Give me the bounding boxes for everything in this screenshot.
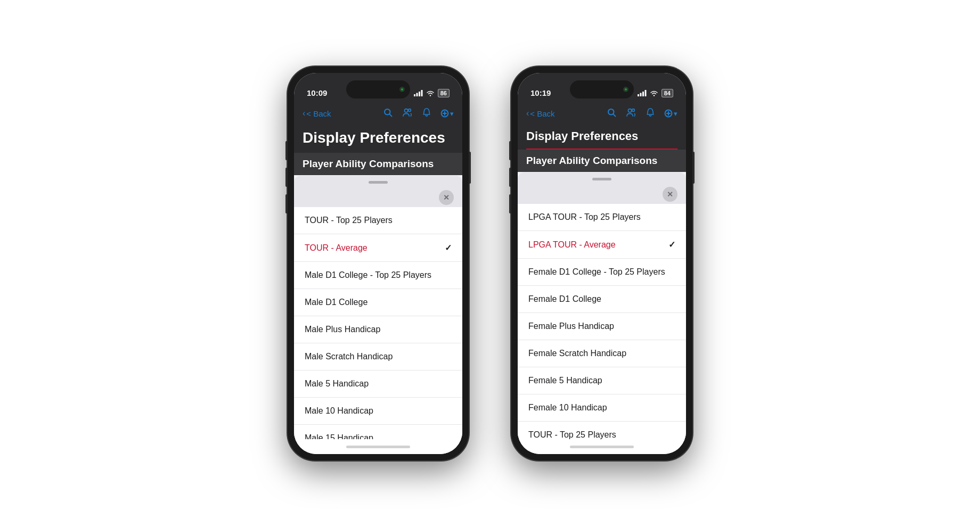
status-icons-1: 86: [414, 89, 450, 97]
phone-screen-1: 10:09 86 ‹: [294, 73, 462, 454]
list-item[interactable]: Male 15 Handicap: [294, 425, 462, 439]
close-button-2[interactable]: ✕: [663, 187, 677, 202]
bell-icon-1[interactable]: [422, 108, 431, 120]
back-button-1[interactable]: ‹ < Back: [303, 109, 331, 118]
svg-rect-12: [638, 94, 639, 96]
svg-point-19: [628, 109, 631, 112]
item-label: LPGA TOUR - Top 25 Players: [528, 212, 641, 222]
add-button-2[interactable]: ▾: [664, 109, 677, 118]
item-label: Male 5 Handicap: [305, 379, 369, 389]
search-icon-2[interactable]: [607, 108, 616, 120]
list-item[interactable]: Male Scratch Handicap: [294, 343, 462, 370]
page-title-bar-1: Display Preferences: [294, 125, 462, 153]
status-icons-2: 84: [638, 89, 673, 97]
wifi-icon-2: [650, 90, 658, 96]
svg-line-18: [613, 114, 615, 116]
section-title-1: Player Ability Comparisons: [303, 158, 454, 170]
nav-icons-1: ▾: [383, 108, 454, 120]
item-label: Male 15 Handicap: [305, 433, 373, 439]
svg-rect-15: [644, 90, 646, 96]
list-item[interactable]: Male 10 Handicap: [294, 398, 462, 425]
wifi-icon-1: [426, 90, 435, 96]
page-title-2: Display Preferences: [526, 129, 677, 146]
chevron-left-icon-2: ‹: [526, 109, 529, 118]
bell-icon-2[interactable]: [646, 108, 655, 120]
dynamic-island-2: [570, 80, 634, 98]
sheet-close-row-2: ✕: [518, 185, 686, 204]
sheet-handle-2: [592, 178, 611, 180]
bottom-sheet-2: ✕ LPGA TOUR - Top 25 PlayersLPGA TOUR - …: [518, 172, 686, 454]
page-title-1: Display Preferences: [303, 129, 454, 146]
svg-rect-3: [421, 90, 422, 96]
list-item[interactable]: Female 5 Handicap: [518, 367, 686, 394]
list-item[interactable]: Male D1 College - Top 25 Players: [294, 262, 462, 289]
svg-line-6: [389, 114, 391, 116]
svg-rect-2: [419, 92, 420, 96]
back-button-2[interactable]: ‹ < Back: [526, 109, 555, 118]
people-icon-2[interactable]: [626, 108, 636, 119]
status-time-2: 10:19: [530, 88, 551, 97]
list-item[interactable]: TOUR - Average✓: [294, 234, 462, 262]
item-label: Female 10 Handicap: [528, 403, 607, 413]
people-icon-1[interactable]: [402, 108, 413, 119]
add-button-1[interactable]: ▾: [440, 109, 454, 118]
camera-dot-2: [623, 87, 628, 92]
bottom-sheet-1: ✕ TOUR - Top 25 PlayersTOUR - Average✓Ma…: [294, 176, 462, 454]
dynamic-island-1: [346, 80, 410, 98]
chevron-left-icon-1: ‹: [303, 109, 305, 118]
nav-icons-2: ▾: [607, 108, 677, 120]
add-chevron-1: ▾: [450, 110, 454, 118]
list-item[interactable]: Male Plus Handicap: [294, 316, 462, 343]
status-time-1: 10:09: [307, 88, 327, 97]
search-icon-1[interactable]: [383, 108, 393, 120]
sheet-list-2: LPGA TOUR - Top 25 PlayersLPGA TOUR - Av…: [518, 204, 686, 439]
battery-2: 84: [662, 89, 673, 97]
item-label: LPGA TOUR - Average: [528, 240, 616, 250]
sheet-close-row-1: ✕: [294, 188, 462, 207]
item-label: TOUR - Top 25 Players: [528, 430, 616, 439]
svg-rect-14: [642, 92, 644, 96]
phone-2: 10:19 84 ‹ < Back: [511, 67, 692, 460]
list-item[interactable]: Female 10 Handicap: [518, 394, 686, 422]
back-label-2[interactable]: < Back: [530, 109, 554, 118]
sheet-handle-row-2: [518, 172, 686, 185]
camera-dot-1: [399, 87, 405, 92]
section-title-2: Player Ability Comparisons: [526, 155, 677, 167]
phone-1: 10:09 86 ‹: [288, 67, 469, 460]
sheet-handle-1: [369, 181, 388, 184]
list-item[interactable]: Female Scratch Handicap: [518, 340, 686, 367]
list-item[interactable]: Female D1 College: [518, 286, 686, 313]
battery-1: 86: [438, 89, 450, 97]
nav-bar-2: ‹ < Back: [518, 102, 686, 125]
section-header-2: Player Ability Comparisons: [518, 150, 686, 172]
list-item[interactable]: TOUR - Top 25 Players: [518, 422, 686, 439]
item-label: TOUR - Top 25 Players: [305, 216, 393, 225]
check-icon: ✓: [668, 240, 675, 250]
list-item[interactable]: LPGA TOUR - Top 25 Players: [518, 204, 686, 231]
list-item[interactable]: Male D1 College: [294, 289, 462, 316]
item-label: Male D1 College: [305, 298, 368, 307]
signal-icon-1: [414, 90, 423, 96]
svg-point-8: [409, 109, 411, 111]
list-item[interactable]: LPGA TOUR - Average✓: [518, 231, 686, 259]
page-title-bar-2: Display Preferences: [518, 125, 686, 150]
svg-rect-1: [416, 93, 418, 97]
list-item[interactable]: Female D1 College - Top 25 Players: [518, 259, 686, 286]
list-item[interactable]: Male 5 Handicap: [294, 370, 462, 398]
list-item[interactable]: Female Plus Handicap: [518, 313, 686, 340]
item-label: Male Plus Handicap: [305, 325, 380, 334]
item-label: Male Scratch Handicap: [305, 352, 393, 361]
svg-point-7: [404, 109, 407, 112]
item-label: Male 10 Handicap: [305, 406, 373, 416]
item-label: Female D1 College - Top 25 Players: [528, 267, 665, 277]
svg-rect-13: [640, 93, 641, 97]
item-label: Female D1 College: [528, 294, 601, 304]
nav-bar-1: ‹ < Back: [294, 102, 462, 125]
item-label: Male D1 College - Top 25 Players: [305, 270, 431, 280]
home-indicator-1: [294, 439, 462, 454]
back-label-1[interactable]: < Back: [306, 109, 331, 118]
svg-point-16: [654, 95, 655, 96]
item-label: Female Plus Handicap: [528, 322, 614, 331]
close-button-1[interactable]: ✕: [439, 190, 454, 205]
list-item[interactable]: TOUR - Top 25 Players: [294, 207, 462, 234]
